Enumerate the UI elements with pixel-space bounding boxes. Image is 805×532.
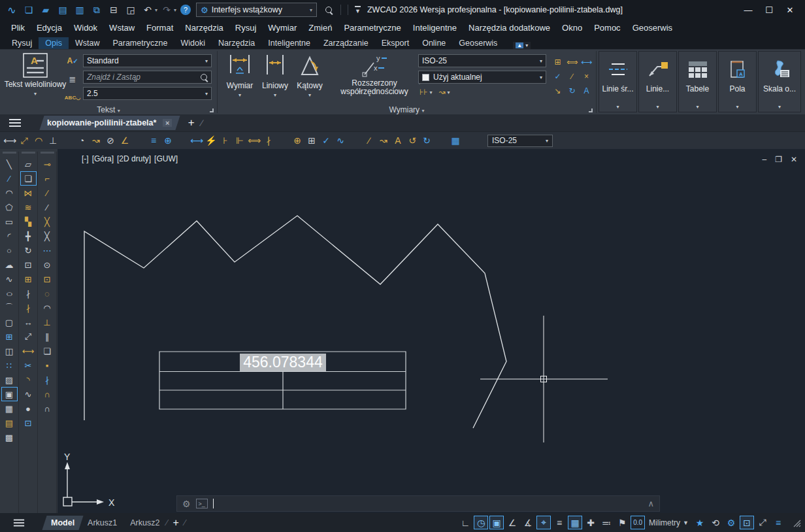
trim-icon[interactable]: ✂	[20, 358, 37, 373]
offset-icon[interactable]: ≋	[20, 200, 37, 214]
dim-continue-icon[interactable]: ⟺	[565, 55, 579, 69]
slot-icon[interactable]: ▢	[1, 315, 18, 329]
endpoint-snap-icon[interactable]: ⊸	[39, 157, 56, 171]
menu-item[interactable]: Edycja	[31, 22, 68, 34]
status-menu-icon[interactable]: ≡	[771, 516, 785, 529]
menu-item[interactable]: Plik	[5, 22, 31, 34]
break-at-point-icon[interactable]: ∤	[20, 301, 37, 315]
spline-edit-icon[interactable]: ∿	[20, 387, 37, 401]
viewport-control[interactable]: [GUW]	[154, 154, 178, 163]
ellipse-icon[interactable]: ○	[0, 286, 21, 301]
ribbon-tab[interactable]: Eksport	[375, 37, 416, 49]
print-icon[interactable]: ⊟	[106, 3, 122, 17]
doc-menu-icon[interactable]	[9, 119, 21, 127]
join-icon[interactable]: ●	[20, 401, 37, 416]
object-snap-tracking-icon[interactable]: ∡	[521, 516, 535, 529]
spell-check-icon[interactable]: A✓	[65, 54, 80, 68]
lineweight-icon[interactable]: ≡	[552, 516, 567, 529]
panel-fields[interactable]: A Pola ▾	[718, 51, 757, 112]
radius-dimension-icon[interactable]: ◔	[74, 133, 89, 148]
menu-item[interactable]: Narzędzia dodatkowe	[463, 22, 556, 34]
viewport-icon[interactable]: ⊡	[20, 416, 37, 430]
smart-dimension-icon[interactable]: ⟷	[189, 133, 204, 148]
jog-line-icon[interactable]: ∿	[333, 133, 348, 148]
ribbon-tab[interactable]: Rysuj	[5, 37, 39, 49]
dimension-space-icon[interactable]: ⟺	[247, 133, 261, 148]
continue-dimension-icon[interactable]: ⊩	[233, 133, 247, 148]
multiline-text-button[interactable]: A Tekst wieloliniowy ▾	[5, 53, 65, 98]
selection-cycling-icon[interactable]: ⟲	[708, 516, 723, 529]
redo-icon[interactable]: ↷	[159, 3, 174, 17]
table-icon[interactable]: ▦	[1, 401, 18, 416]
select-similar-icon[interactable]: ⊡	[20, 258, 37, 272]
menu-item[interactable]: Wstaw	[103, 22, 140, 34]
jogged-dimension-icon[interactable]: ↝	[89, 133, 103, 148]
dim-redo-icon[interactable]: ↻	[419, 133, 434, 148]
dim-check-icon[interactable]: ✓	[551, 69, 565, 83]
lengthen-icon[interactable]: ⟷	[20, 344, 37, 358]
ribbon-tab[interactable]: Narzędzia	[212, 37, 261, 49]
diameter-dimension-icon[interactable]: ⊘	[103, 133, 118, 148]
ordinate-dimension-icon[interactable]: ⊥	[46, 133, 60, 148]
spline-icon[interactable]: ∿	[1, 272, 18, 286]
precision-badge[interactable]: 0.0	[631, 516, 645, 529]
line-icon[interactable]: ╲	[1, 157, 18, 171]
revision-cloud-icon[interactable]: ☁	[1, 258, 18, 272]
text-style-select[interactable]: Standard ▾	[83, 54, 212, 67]
tolerance-icon[interactable]: ⊕	[290, 133, 304, 148]
frame-icon[interactable]: ⊞	[304, 133, 319, 148]
document-tab[interactable]: kopiowanie-polilinii-ztabela* ×	[39, 116, 180, 130]
construction-line-icon[interactable]: ∕	[1, 171, 18, 186]
center-mark-icon[interactable]: ⊕	[161, 133, 175, 148]
numbering-icon[interactable]: ≣	[65, 72, 80, 86]
undo-icon[interactable]: ↶	[140, 3, 156, 17]
arc-polyline-icon[interactable]: ◜	[1, 229, 18, 243]
annotation-scale-sync-icon[interactable]: ≕	[599, 516, 614, 529]
dim-style-select[interactable]: ISO-25 ▾	[418, 54, 546, 67]
vp-close-icon[interactable]: ✕	[791, 155, 797, 164]
vp-minimize-icon[interactable]: –	[762, 155, 766, 164]
ribbon-collapse-button[interactable]: ▲ ▾	[513, 42, 531, 49]
node-snap-icon[interactable]: ⊡	[39, 272, 56, 286]
gpu-accel-icon[interactable]: ⊡	[740, 516, 754, 529]
close-tab-icon[interactable]: ×	[163, 119, 172, 127]
arc-icon[interactable]: ◠	[1, 186, 18, 200]
linear-dimension-button[interactable]: Liniowy ▾	[259, 54, 291, 99]
find-icon[interactable]	[201, 74, 208, 81]
layout-tab[interactable]: Model	[42, 516, 83, 530]
menu-item[interactable]: Zmień	[303, 22, 338, 34]
ribbon-tab[interactable]: Parametryczne	[106, 37, 174, 49]
toolbar-icon[interactable]	[348, 133, 362, 148]
array-icon[interactable]: ⊞	[20, 272, 37, 286]
dimension-button[interactable]: Wymiar ▾	[222, 54, 257, 99]
undo-caret-icon[interactable]: ▾	[155, 7, 157, 13]
dim-align-text-icon[interactable]: A	[580, 84, 593, 97]
save-icon[interactable]: ▤	[55, 3, 71, 17]
oblique-icon[interactable]: ∕	[362, 133, 376, 148]
move-icon[interactable]: ╋	[20, 229, 37, 243]
snap-off-icon[interactable]: ∩	[39, 401, 56, 416]
ribbon-tab[interactable]: Zarządzanie	[317, 37, 375, 49]
units-select[interactable]: Milimetry ▼	[646, 518, 691, 527]
aligned-dimension-icon[interactable]: ⤢	[17, 133, 31, 148]
ribbon-tab[interactable]: Geoserwis	[452, 37, 504, 49]
close-button[interactable]: ✕	[783, 5, 797, 15]
command-settings-icon[interactable]: ⚙	[182, 499, 191, 509]
center-snap-icon[interactable]: ⊙	[39, 258, 56, 272]
status-menu-hamburger-icon[interactable]	[14, 519, 24, 526]
minimize-button[interactable]: —	[741, 5, 755, 15]
explode-icon[interactable]: ▚	[20, 214, 37, 229]
menu-item[interactable]: Geoserwis	[627, 22, 678, 34]
insert-block-icon[interactable]: ⊞	[1, 329, 18, 344]
drawing-canvas[interactable]: 456.078344 Y X [-][Góra][2D druty][GUW] …	[58, 149, 805, 513]
nearest-snap-icon[interactable]: ⋯	[39, 243, 56, 258]
help-icon[interactable]: ?	[180, 5, 191, 15]
ribbon-tab[interactable]: Inteligentne	[261, 37, 317, 49]
parallel-snap-icon[interactable]: ∥	[39, 329, 56, 344]
object-snap-icon[interactable]: ▣	[489, 516, 504, 529]
toolbar-icon[interactable]	[60, 133, 74, 148]
baseline-dimension-icon[interactable]: ⊦	[218, 133, 233, 148]
viewport-control[interactable]: [2D druty]	[117, 154, 151, 163]
from-snap-icon[interactable]: ∤	[39, 373, 56, 387]
maximize-button[interactable]: ☐	[762, 5, 776, 15]
